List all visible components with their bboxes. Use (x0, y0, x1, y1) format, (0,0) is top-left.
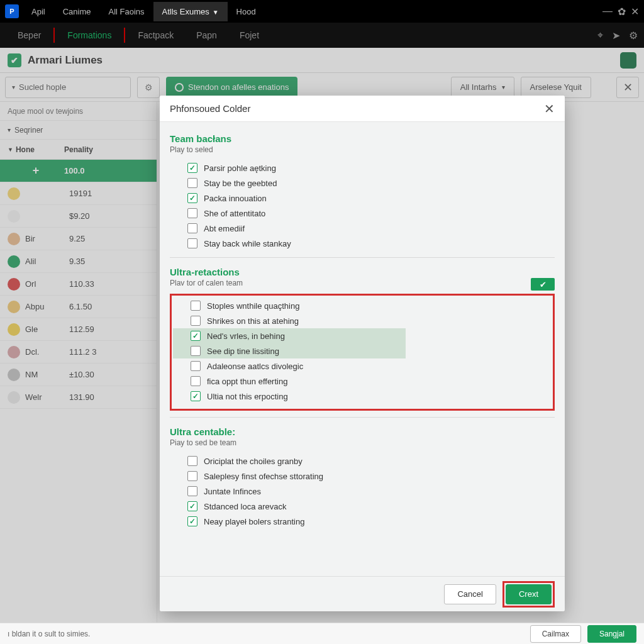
filter-settings-button[interactable]: ⚙ (137, 77, 160, 98)
checkbox[interactable] (187, 223, 197, 233)
close-icon[interactable]: ✕ (631, 6, 639, 18)
option-label: Stay back while stankay (204, 239, 291, 248)
checkbox[interactable] (187, 456, 197, 466)
nav-item-formations[interactable]: Formations (56, 30, 123, 40)
nav-item-2[interactable]: Factpack (126, 30, 185, 40)
checkbox[interactable] (191, 361, 201, 371)
checkbox[interactable] (187, 238, 197, 248)
table-row[interactable]: Dcl.111.2 3 (0, 341, 157, 364)
checkbox[interactable] (191, 331, 201, 341)
checkbox[interactable] (191, 391, 201, 401)
avatar-icon (8, 323, 20, 336)
option-row[interactable]: Stdanced loca arevack (170, 499, 555, 514)
minimize-icon[interactable]: — (602, 6, 613, 18)
option-row[interactable]: She of attentitato (170, 206, 555, 221)
toggle-switch[interactable]: ✔ (531, 278, 555, 291)
close-panel-button[interactable]: ✕ (616, 77, 639, 98)
row-value: 131.90 (69, 392, 149, 402)
row-value: ±10.30 (69, 370, 149, 379)
option-row[interactable]: Adaleonse aatlcs divolegic (173, 358, 552, 374)
nav-item-0[interactable]: Beper (6, 30, 52, 40)
option-row[interactable]: Ultia not this erpocting (173, 389, 552, 404)
option-label: Juntate Infinces (204, 487, 261, 496)
window-tab-2[interactable]: All Faoins (99, 2, 153, 21)
checkbox[interactable] (187, 208, 197, 218)
table-row[interactable]: NM±10.30 (0, 364, 157, 386)
option-row[interactable]: Parsir pohle aętking (170, 160, 555, 175)
option-row[interactable]: fica oppt thun efferting (173, 374, 552, 389)
settings-icon[interactable]: ✿ (618, 6, 626, 18)
checkbox[interactable] (187, 516, 197, 526)
table-row[interactable]: Welr131.90 (0, 386, 157, 409)
row-name: Gle (25, 325, 69, 334)
option-row[interactable]: Packa innouation (170, 191, 555, 206)
table-row[interactable]: Alil9.35 (0, 250, 157, 273)
status-button-2[interactable]: Sangjal (587, 625, 636, 643)
checkbox[interactable] (187, 501, 197, 511)
verified-icon: ✔ (8, 53, 21, 67)
table-row[interactable]: Orl110.33 (0, 273, 157, 296)
create-button[interactable]: Crext (506, 584, 552, 604)
window-tab-1[interactable]: Canime (54, 2, 100, 21)
checkbox[interactable] (187, 163, 197, 173)
section-sub-1: Plav tor of calen team (170, 279, 555, 287)
table-row[interactable]: Bir9.25 (0, 228, 157, 250)
checkbox[interactable] (187, 193, 197, 203)
option-row[interactable]: Neay playeł bolers stranting (170, 514, 555, 529)
table-row[interactable]: Gle112.59 (0, 318, 157, 341)
table-row[interactable]: $9.20 (0, 205, 157, 228)
window-tab-0[interactable]: Apil (23, 2, 54, 21)
cancel-button[interactable]: Cancel (444, 584, 496, 604)
option-row[interactable]: Stay back while stankay (170, 236, 555, 251)
gear-icon[interactable]: ⚙ (629, 30, 638, 42)
row-value: 111.2 3 (69, 347, 149, 357)
option-label: Stay be the geebted (204, 179, 277, 188)
row-value: $9.20 (69, 211, 149, 221)
table-section[interactable]: ▾Seqriner (0, 121, 157, 140)
settings-modal: Phfonsoued Colder ✕ Team bacłans Play to… (160, 96, 565, 611)
team-badge-icon[interactable] (620, 52, 636, 69)
window-tab-4[interactable]: Hood (228, 2, 265, 21)
option-row[interactable]: Stoples wnthile quaçthing (173, 298, 552, 313)
option-row[interactable]: Shrikes on this at atehing (173, 313, 552, 328)
option-row[interactable]: Saleplesy finst ofechse sttorating (170, 469, 555, 484)
checkbox[interactable] (191, 316, 201, 326)
row-value: 19191 (69, 189, 149, 198)
filter-dropdown[interactable]: ▾Sucled hople (5, 77, 131, 98)
nav-item-4[interactable]: Fojet (228, 30, 270, 40)
row-value: 112.59 (69, 325, 149, 334)
primary-action-button[interactable]: Stendon on afelles enations (166, 77, 297, 98)
divider (170, 417, 555, 418)
option-row[interactable]: Juntate Infinces (170, 484, 555, 499)
table-row[interactable]: Abpu6.1.50 (0, 296, 157, 318)
app-icon[interactable]: P (5, 4, 19, 18)
option-label: See dip tine lissiting (207, 347, 279, 356)
window-tab-3[interactable]: Atlls Exumes▼ (153, 2, 228, 21)
modal-close-button[interactable]: ✕ (544, 101, 555, 116)
row-value: 9.25 (69, 234, 149, 243)
table-row[interactable]: +100.0 (0, 160, 157, 182)
option-row[interactable]: Oriciplat the choiles granby (170, 453, 555, 469)
months-dropdown[interactable]: All Intarhs▾ (451, 77, 514, 98)
nav-item-3[interactable]: Papn (185, 30, 228, 40)
ring-icon (175, 83, 184, 92)
checkbox[interactable] (187, 471, 197, 481)
checkbox[interactable] (191, 346, 201, 356)
checkbox[interactable] (187, 178, 197, 188)
checkbox[interactable] (191, 301, 201, 311)
checkbox[interactable] (191, 376, 201, 386)
table-row[interactable]: 19191 (0, 182, 157, 205)
nav-bar: Beper Formations Factpack Papn Fojet ⌖ ➤… (0, 23, 644, 48)
checkbox[interactable] (187, 486, 197, 496)
option-row[interactable]: Abt emediif (170, 221, 555, 236)
send-icon[interactable]: ➤ (612, 30, 620, 42)
option-row[interactable]: Stay be the geebted (170, 175, 555, 191)
option-row[interactable]: Ned's vrles, in behing (173, 328, 406, 343)
status-bar: ı bldan it o sult to simies. Cailmax San… (0, 623, 644, 644)
filter-dropdown-2[interactable]: Arselese Yquit (521, 77, 591, 98)
row-name: Bir (25, 234, 69, 243)
option-row[interactable]: See dip tine lissiting (173, 343, 406, 358)
row-name: + (8, 164, 64, 177)
target-icon[interactable]: ⌖ (597, 30, 603, 42)
status-button-1[interactable]: Cailmax (530, 625, 581, 643)
